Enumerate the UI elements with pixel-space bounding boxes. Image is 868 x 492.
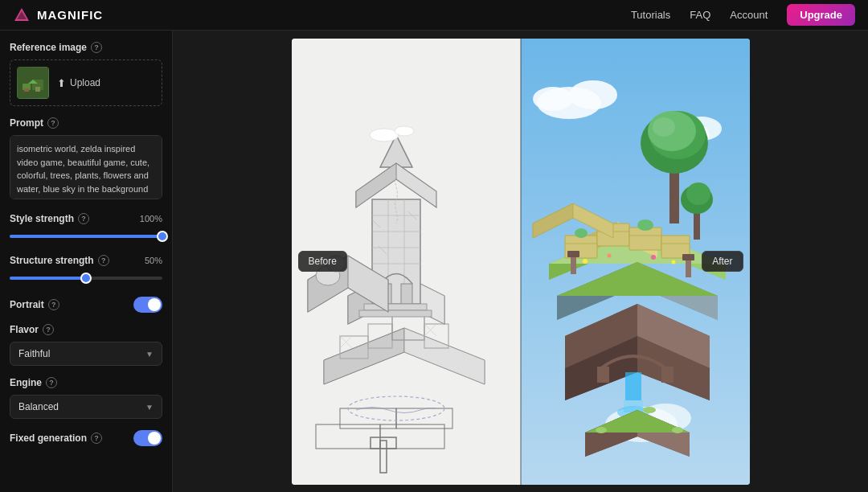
- main-content: Before After: [173, 31, 868, 492]
- fixed-generation-row: Fixed generation ?: [10, 430, 162, 446]
- flavor-chevron-icon: ▼: [145, 350, 154, 359]
- style-strength-track: [10, 235, 162, 238]
- engine-select-row: Balanced ▼: [10, 395, 162, 419]
- before-button[interactable]: Before: [298, 251, 347, 272]
- header-nav: Tutorials FAQ Account Upgrade: [631, 4, 855, 26]
- style-strength-help-icon[interactable]: ?: [78, 213, 89, 224]
- portrait-label: Portrait ?: [10, 299, 59, 310]
- fixed-generation-label: Fixed generation ?: [10, 433, 102, 444]
- logo: MAGNIFIC: [13, 6, 103, 24]
- header: MAGNIFIC Tutorials FAQ Account Upgrade: [0, 0, 868, 31]
- fixed-generation-toggle[interactable]: [133, 430, 162, 446]
- after-button[interactable]: After: [702, 251, 743, 272]
- svg-point-49: [395, 126, 414, 136]
- flavor-dropdown[interactable]: Faithful ▼: [10, 342, 162, 366]
- style-strength-slider-wrapper: [10, 229, 162, 244]
- fixed-generation-help-icon[interactable]: ?: [91, 433, 102, 444]
- faq-link[interactable]: FAQ: [690, 9, 710, 21]
- svg-rect-7: [35, 87, 40, 92]
- structure-strength-section: Structure strength ? 50%: [10, 255, 162, 285]
- reference-image-help-icon[interactable]: ?: [91, 42, 102, 53]
- svg-rect-6: [24, 88, 29, 92]
- prompt-input[interactable]: isometric world, zelda inspired video ga…: [10, 135, 162, 199]
- after-label-wrapper: After: [702, 251, 743, 272]
- flavor-value: Faithful: [18, 348, 50, 359]
- account-link[interactable]: Account: [730, 9, 768, 21]
- engine-label: Engine ?: [10, 377, 162, 388]
- structure-strength-label: Structure strength ?: [10, 255, 109, 266]
- portrait-help-icon[interactable]: ?: [48, 299, 59, 310]
- portrait-toggle[interactable]: [133, 297, 162, 313]
- structure-strength-slider-wrapper: [10, 271, 162, 285]
- style-strength-label: Style strength ?: [10, 213, 89, 224]
- reference-thumb: [17, 67, 49, 99]
- structure-strength-track: [10, 277, 162, 280]
- prompt-label: Prompt ?: [10, 117, 162, 129]
- style-strength-value: 100%: [140, 214, 162, 223]
- engine-help-icon[interactable]: ?: [46, 377, 57, 388]
- comparison-container: Before After: [292, 39, 750, 485]
- flavor-help-icon[interactable]: ?: [43, 324, 54, 335]
- engine-chevron-icon: ▼: [145, 403, 154, 412]
- flavor-label: Flavor ?: [10, 324, 162, 335]
- reference-image-upload[interactable]: ⬆ Upload: [10, 59, 162, 106]
- tutorials-link[interactable]: Tutorials: [631, 9, 670, 21]
- upgrade-button[interactable]: Upgrade: [787, 4, 855, 26]
- structure-strength-thumb[interactable]: [80, 273, 92, 284]
- svg-rect-33: [359, 310, 432, 317]
- svg-rect-31: [401, 284, 412, 304]
- sidebar: Reference image ? ⬆ Upload: [0, 31, 173, 492]
- style-strength-thumb[interactable]: [157, 231, 168, 242]
- logo-icon: [13, 6, 31, 24]
- engine-dropdown[interactable]: Balanced ▼: [10, 395, 162, 419]
- flavor-select-row: Faithful ▼: [10, 342, 162, 366]
- structure-strength-help-icon[interactable]: ?: [98, 255, 109, 266]
- thumb-preview: [18, 68, 48, 98]
- svg-rect-32: [364, 304, 427, 310]
- main-layout: Reference image ? ⬆ Upload: [0, 31, 868, 492]
- prompt-help-icon[interactable]: ?: [47, 117, 59, 129]
- engine-value: Balanced: [18, 401, 59, 412]
- structure-strength-fill: [10, 277, 86, 280]
- style-strength-section: Style strength ? 100%: [10, 213, 162, 244]
- comparison-divider: [520, 39, 522, 485]
- upload-label: ⬆ Upload: [57, 77, 100, 89]
- logo-text: MAGNIFIC: [37, 8, 103, 22]
- before-label-wrapper: Before: [298, 251, 347, 272]
- reference-image-label: Reference image ?: [10, 42, 162, 53]
- structure-strength-value: 50%: [145, 256, 162, 265]
- portrait-row: Portrait ?: [10, 297, 162, 313]
- svg-point-48: [370, 129, 399, 141]
- style-strength-fill: [10, 235, 162, 238]
